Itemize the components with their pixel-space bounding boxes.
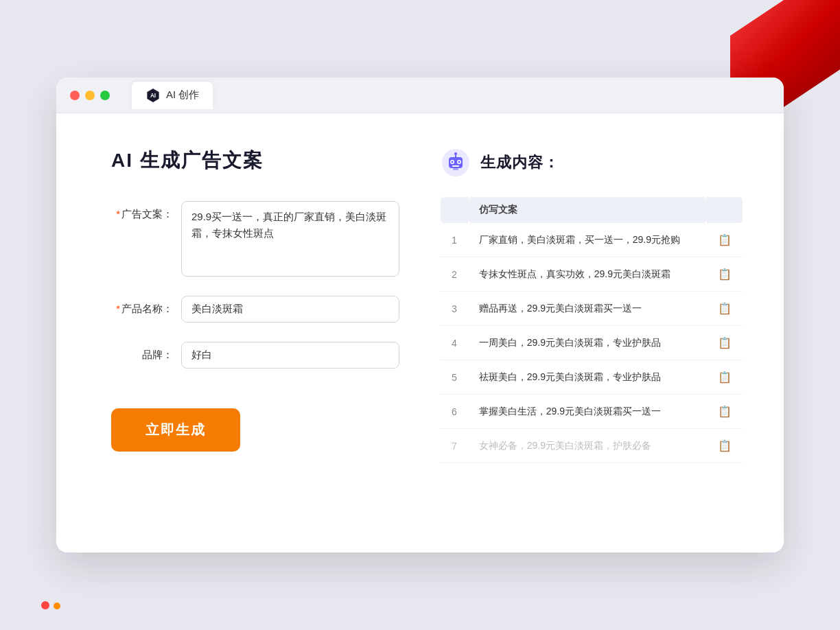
right-panel: 生成内容： 仿写文案 1厂家直销，美白淡斑霜，买一送一，29.9元抢购📋2专抹女… [441,148,743,518]
ad-copy-label: *广告文案： [111,201,173,221]
close-button[interactable] [70,91,80,100]
row-number: 1 [441,223,468,257]
minimize-button[interactable] [85,91,95,100]
bg-decoration-bottom [41,601,60,609]
brand-group: 品牌： [111,342,399,369]
dot-red [41,601,49,609]
row-text: 女神必备，29.9元美白淡斑霜，护肤必备 [468,429,707,463]
table-row: 7女神必备，29.9元美白淡斑霜，护肤必备📋 [441,429,743,463]
row-number: 2 [441,257,468,292]
table-row: 1厂家直销，美白淡斑霜，买一送一，29.9元抢购📋 [441,223,743,257]
row-number: 7 [441,429,468,463]
copy-icon[interactable]: 📋 [707,360,743,395]
copy-icon[interactable]: 📋 [707,223,743,257]
row-number: 4 [441,326,468,360]
result-title: 生成内容： [480,152,559,173]
row-number: 3 [441,292,468,326]
table-row: 5祛斑美白，29.9元美白淡斑霜，专业护肤品📋 [441,360,743,395]
row-text: 一周美白，29.9元美白淡斑霜，专业护肤品 [468,326,707,360]
svg-point-9 [454,152,457,155]
row-text: 专抹女性斑点，真实功效，29.9元美白淡斑霜 [468,257,707,292]
table-header-label: 仿写文案 [468,197,707,223]
table-header-row: 仿写文案 [441,197,743,223]
maximize-button[interactable] [100,91,110,100]
row-text: 祛斑美白，29.9元美白淡斑霜，专业护肤品 [468,360,707,395]
generate-button[interactable]: 立即生成 [111,408,240,452]
copy-icon[interactable]: 📋 [707,429,743,463]
ad-copy-input[interactable]: 29.9买一送一，真正的厂家直销，美白淡斑霜，专抹女性斑点 [181,201,399,277]
window-controls [70,91,110,100]
brand-input[interactable] [181,342,399,369]
copy-icon[interactable]: 📋 [707,257,743,292]
row-number: 6 [441,395,468,429]
tab-label: AI 创作 [166,89,199,102]
svg-point-7 [458,161,460,163]
page-title: AI 生成广告文案 [111,148,399,174]
svg-rect-10 [452,165,459,167]
table-row: 3赠品再送，29.9元美白淡斑霜买一送一📋 [441,292,743,326]
robot-icon [441,148,471,178]
ai-tab-icon: AI [145,88,161,103]
row-text: 赠品再送，29.9元美白淡斑霜买一送一 [468,292,707,326]
table-row: 6掌握美白生活，29.9元美白淡斑霜买一送一📋 [441,395,743,429]
ai-tab[interactable]: AI AI 创作 [132,82,213,109]
copy-icon[interactable]: 📋 [707,395,743,429]
product-name-group: *产品名称： [111,296,399,323]
row-number: 5 [441,360,468,395]
result-header: 生成内容： [441,148,743,178]
svg-point-6 [452,161,454,163]
main-window: AI AI 创作 AI 生成广告文案 *广告文案： 29.9买一送一，真正的厂家… [56,78,784,552]
ad-copy-group: *广告文案： 29.9买一送一，真正的厂家直销，美白淡斑霜，专抹女性斑点 [111,201,399,277]
svg-text:AI: AI [150,93,156,99]
title-bar: AI AI 创作 [56,78,784,113]
dot-orange [54,603,60,609]
content-area: AI 生成广告文案 *广告文案： 29.9买一送一，真正的厂家直销，美白淡斑霜，… [56,113,784,552]
ad-copy-required: * [116,208,120,220]
product-name-required: * [116,303,120,314]
product-name-input[interactable] [181,296,399,323]
row-text: 厂家直销，美白淡斑霜，买一送一，29.9元抢购 [468,223,707,257]
copy-icon[interactable]: 📋 [707,292,743,326]
left-panel: AI 生成广告文案 *广告文案： 29.9买一送一，真正的厂家直销，美白淡斑霜，… [111,148,399,518]
product-name-label: *产品名称： [111,296,173,316]
brand-label: 品牌： [111,342,173,362]
table-row: 2专抹女性斑点，真实功效，29.9元美白淡斑霜📋 [441,257,743,292]
results-table: 仿写文案 1厂家直销，美白淡斑霜，买一送一，29.9元抢购📋2专抹女性斑点，真实… [441,197,743,463]
row-text: 掌握美白生活，29.9元美白淡斑霜买一送一 [468,395,707,429]
copy-icon[interactable]: 📋 [707,326,743,360]
svg-rect-11 [453,168,458,170]
table-row: 4一周美白，29.9元美白淡斑霜，专业护肤品📋 [441,326,743,360]
